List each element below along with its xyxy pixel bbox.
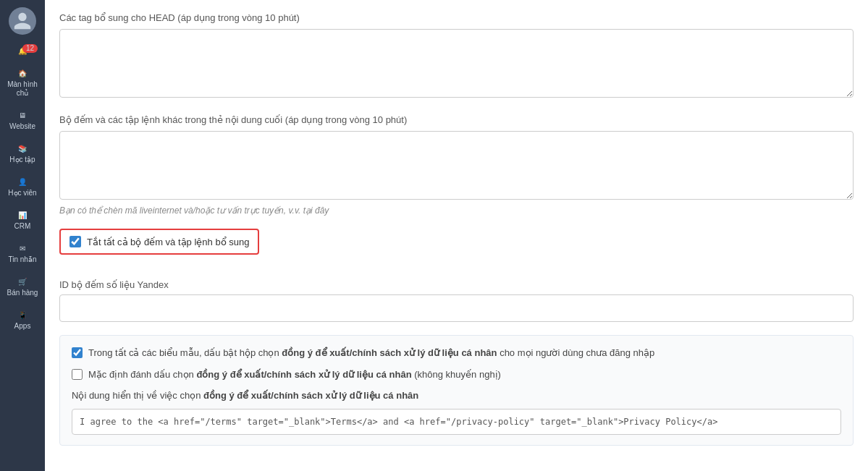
toggle-all-checkbox[interactable] — [69, 236, 81, 247]
sidebar: 12 🔔 🏠 Màn hìnhchủ 🖥 Website 📚 Học tập 👤… — [0, 0, 45, 471]
message-badge: 12 — [22, 44, 38, 53]
gdpr-label-2[interactable]: Mặc định đánh dấu chọn đồng ý để xuất/ch… — [88, 368, 501, 382]
sidebar-item-home[interactable]: 🏠 Màn hìnhchủ — [0, 61, 45, 103]
avatar[interactable] — [9, 7, 36, 35]
head-tags-input[interactable] — [59, 29, 854, 98]
yandex-section: ID bộ đếm số liệu Yandex — [59, 279, 854, 322]
sidebar-item-hoc-vien-label: Học viên — [8, 189, 36, 198]
yandex-input[interactable] — [59, 294, 854, 322]
tin-nhan-icon: ✉ — [20, 245, 25, 253]
hoc-vien-icon: 👤 — [18, 178, 27, 187]
ban-hang-icon: 🛒 — [18, 278, 27, 287]
yandex-label: ID bộ đếm số liệu Yandex — [59, 279, 854, 290]
apps-icon: 📱 — [18, 311, 27, 320]
gdpr-row1-bold: đồng ý để xuất/chính sách xử lý dữ liệu … — [282, 347, 497, 358]
sidebar-item-ban-hang[interactable]: 🛒 Bán hàng — [0, 270, 45, 303]
body-tags-section: Bộ đếm và các tập lệnh khác trong thẻ nộ… — [59, 114, 854, 216]
sidebar-item-ban-hang-label: Bán hàng — [7, 289, 38, 297]
sidebar-item-apps[interactable]: 📱 Apps — [0, 303, 45, 336]
hoc-tap-icon: 📚 — [18, 145, 27, 153]
toggle-all-label[interactable]: Tắt tất cả bộ đếm và tập lệnh bổ sung — [87, 237, 249, 247]
sidebar-item-messages[interactable]: 12 🔔 — [0, 39, 45, 61]
sidebar-item-website-label: Website — [9, 122, 35, 131]
gdpr-checkbox-2[interactable] — [72, 369, 83, 380]
website-icon: 🖥 — [19, 111, 26, 120]
sidebar-item-tin-nhan-label: Tin nhắn — [9, 255, 37, 264]
head-tags-section: Các tag bổ sung cho HEAD (áp dụng trong … — [59, 12, 854, 101]
main-content: Các tag bổ sung cho HEAD (áp dụng trong … — [45, 0, 868, 471]
body-tags-label: Bộ đếm và các tập lệnh khác trong thẻ nộ… — [59, 114, 854, 127]
sidebar-item-tin-nhan[interactable]: ✉ Tin nhắn — [0, 237, 45, 270]
crm-icon: 📊 — [18, 211, 27, 220]
sidebar-item-home-label: Màn hìnhchủ — [7, 80, 38, 98]
sidebar-item-hoc-tap[interactable]: 📚 Học tập — [0, 137, 45, 170]
gdpr-row2-after: (không khuyến nghị) — [412, 369, 501, 380]
gdpr-row2-bold: đồng ý để xuất/chính sách xử lý dữ liệu … — [196, 369, 411, 380]
gdpr-content-label: Nội dung hiển thị về việc chọn đồng ý để… — [72, 389, 841, 403]
gdpr-box: Trong tất cả các biểu mẫu, dấu bật hộp c… — [59, 335, 854, 446]
sidebar-item-crm[interactable]: 📊 CRM — [0, 203, 45, 237]
home-icon: 🏠 — [18, 69, 27, 78]
gdpr-content-label-before: Nội dung hiển thị về việc chọn — [72, 390, 203, 401]
gdpr-row2-before: Mặc định đánh dấu chọn — [88, 369, 196, 380]
sidebar-item-apps-label: Apps — [14, 322, 31, 331]
gdpr-label-1[interactable]: Trong tất cả các biểu mẫu, dấu bật hộp c… — [88, 346, 654, 360]
sidebar-item-website[interactable]: 🖥 Website — [0, 103, 45, 137]
head-tags-label: Các tag bổ sung cho HEAD (áp dụng trong … — [59, 12, 854, 25]
body-tags-input[interactable] — [59, 131, 854, 200]
gdpr-content-label-bold: đồng ý để xuất/chính sách xử lý dữ liệu … — [203, 390, 418, 401]
gdpr-row1-before: Trong tất cả các biểu mẫu, dấu bật hộp c… — [88, 347, 282, 358]
sidebar-item-hoc-vien[interactable]: 👤 Học viên — [0, 170, 45, 203]
sidebar-item-crm-label: CRM — [14, 222, 31, 231]
sidebar-item-hoc-tap-label: Học tập — [9, 156, 35, 164]
toggle-section: Tắt tất cả bộ đếm và tập lệnh bổ sung — [59, 229, 854, 266]
gdpr-row1: Trong tất cả các biểu mẫu, dấu bật hộp c… — [72, 346, 841, 360]
toggle-all-scripts-row: Tắt tất cả bộ đếm và tập lệnh bổ sung — [59, 229, 259, 255]
gdpr-content-input[interactable] — [72, 409, 841, 435]
gdpr-checkbox-1[interactable] — [72, 347, 83, 358]
gdpr-row2: Mặc định đánh dấu chọn đồng ý để xuất/ch… — [72, 368, 841, 382]
gdpr-row1-after: cho mọi người dùng chưa đăng nhập — [497, 347, 655, 358]
body-tags-hint: Bạn có thể chèn mã liveinternet và/hoặc … — [59, 205, 854, 216]
